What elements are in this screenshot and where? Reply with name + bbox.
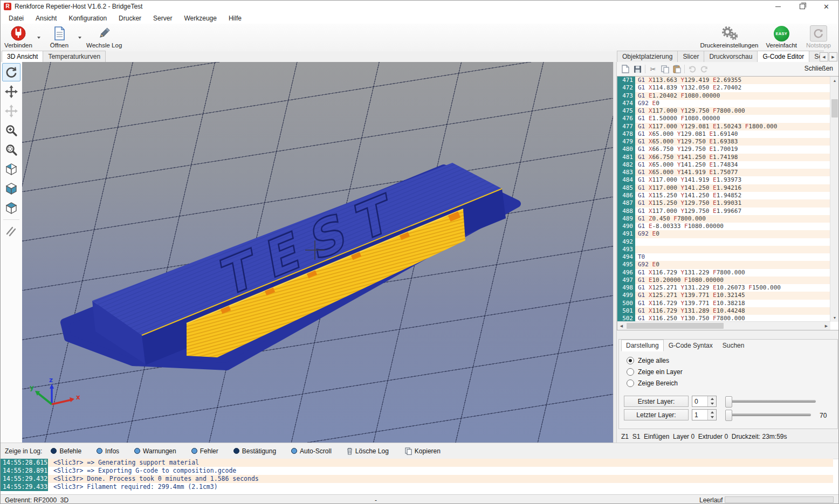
last-layer-spinner[interactable]: 1 bbox=[692, 409, 717, 420]
tab-slicer[interactable]: Slicer bbox=[677, 51, 704, 63]
connect-button[interactable]: Verbinden bbox=[1, 24, 36, 51]
emergency-stop-button[interactable]: Notstopp bbox=[801, 24, 836, 51]
gcode-line[interactable]: 471G1 X113.663 Y129.419 E2.69355 bbox=[617, 77, 830, 84]
gcode-line[interactable]: 496G1 X116.729 Y131.229 F7800.000 bbox=[617, 269, 830, 277]
gcode-line[interactable]: 487G1 X115.250 Y129.750 E1.99031 bbox=[617, 199, 830, 207]
menu-datei[interactable]: Datei bbox=[3, 13, 30, 23]
move-view-button[interactable] bbox=[2, 82, 20, 101]
display-tab-g-code-syntax[interactable]: G-Code Syntax bbox=[664, 340, 718, 351]
restore-button[interactable] bbox=[790, 1, 814, 12]
display-tab-suchen[interactable]: Suchen bbox=[718, 340, 749, 351]
gcode-line[interactable]: 492 bbox=[617, 238, 830, 246]
move-object-button[interactable] bbox=[2, 102, 20, 120]
spin-up-icon[interactable] bbox=[708, 396, 716, 402]
radio-icon[interactable] bbox=[627, 357, 634, 364]
first-layer-slider[interactable] bbox=[725, 400, 816, 403]
scroll-right-icon[interactable]: ▶ bbox=[822, 322, 830, 330]
scroll-down-icon[interactable]: ▼ bbox=[830, 314, 839, 322]
log-filter-auto-scroll[interactable]: Auto-Scroll bbox=[289, 446, 334, 456]
connect-dropdown-arrow[interactable] bbox=[36, 24, 42, 51]
log-filter-infos[interactable]: Infos bbox=[94, 446, 121, 456]
tab-g-code-editor[interactable]: G-Code Editor bbox=[757, 51, 809, 63]
menu-hilfe[interactable]: Hilfe bbox=[223, 13, 247, 23]
gcode-line[interactable]: 497G1 E10.20000 F1080.00000 bbox=[617, 277, 830, 284]
tabs-scroll-right-icon[interactable]: ▶ bbox=[829, 52, 837, 61]
redo-icon[interactable] bbox=[698, 64, 710, 74]
tab-objektplatzierung[interactable]: Objektplatzierung bbox=[617, 51, 678, 63]
top-view-button[interactable] bbox=[2, 199, 20, 217]
log-entries[interactable]: 14:55:28.615<Slic3r> => Generating suppo… bbox=[1, 459, 833, 491]
editor-horizontal-scrollbar[interactable]: ◀ ▶ bbox=[617, 321, 830, 330]
gcode-line[interactable]: 501G1 X116.729 Y131.289 E10.44248 bbox=[617, 307, 830, 315]
3d-viewport[interactable]: TEST bbox=[22, 62, 613, 443]
gcode-line[interactable]: 475G1 X117.000 Y129.750 F7800.000 bbox=[617, 107, 830, 115]
copy-log-button[interactable]: Kopieren bbox=[403, 446, 443, 456]
gcode-line[interactable]: 484G1 X117.000 Y141.919 E1.93973 bbox=[617, 176, 830, 184]
printer-settings-button[interactable]: Druckereinstellungen bbox=[696, 24, 762, 51]
zoom-in-button[interactable] bbox=[2, 121, 20, 140]
menu-drucker[interactable]: Drucker bbox=[113, 13, 147, 23]
gcode-line[interactable]: 488G1 X117.000 Y129.750 E1.99667 bbox=[617, 208, 830, 215]
slider-handle[interactable] bbox=[725, 410, 732, 421]
open-button[interactable]: Öffnen bbox=[42, 24, 77, 51]
last-layer-button[interactable]: Letzter Layer: bbox=[624, 409, 689, 420]
menu-konfiguration[interactable]: Konfiguration bbox=[63, 13, 113, 23]
log-filter-fehler[interactable]: Fehler bbox=[189, 446, 221, 456]
panel-splitter[interactable] bbox=[613, 62, 617, 443]
gcode-line[interactable]: 483G1 X65.000 Y141.919 E1.75077 bbox=[617, 169, 830, 176]
vscroll-thumb[interactable] bbox=[831, 99, 838, 118]
menu-ansicht[interactable]: Ansicht bbox=[30, 13, 63, 23]
parallel-projection-button[interactable] bbox=[2, 222, 20, 240]
tab-temperaturkurven[interactable]: Temperaturkurven bbox=[43, 51, 106, 63]
clear-log-button[interactable]: Lösche Log bbox=[345, 446, 391, 456]
radio-zeige-alles[interactable]: Zeige alles bbox=[627, 355, 683, 366]
gcode-line[interactable]: 476G1 E1.50000 F1080.00000 bbox=[617, 115, 830, 122]
gcode-line[interactable]: 478G1 X65.000 Y129.081 E1.69140 bbox=[617, 130, 830, 138]
scroll-left-icon[interactable]: ◀ bbox=[617, 322, 625, 330]
gcode-lines[interactable]: 471G1 X113.663 Y129.419 E2.69355472G1 X1… bbox=[617, 77, 830, 322]
spin-down-icon[interactable] bbox=[708, 402, 716, 407]
radio-zeige-bereich[interactable]: Zeige Bereich bbox=[627, 377, 683, 389]
zoom-fit-button[interactable] bbox=[2, 141, 20, 159]
gcode-line[interactable]: 482G1 X65.000 Y141.250 E1.74834 bbox=[617, 161, 830, 169]
gcode-line[interactable]: 481G1 X66.750 Y141.250 E1.74198 bbox=[617, 154, 830, 161]
new-file-button[interactable] bbox=[620, 64, 631, 74]
cut-icon[interactable]: ✂ bbox=[647, 64, 659, 74]
rotate-view-button[interactable] bbox=[2, 63, 20, 81]
open-dropdown-arrow[interactable] bbox=[77, 24, 82, 51]
gcode-line[interactable]: 499G1 X125.271 Y139.771 E10.32145 bbox=[617, 292, 830, 299]
easy-mode-button[interactable]: EASY Vereinfacht bbox=[762, 24, 801, 51]
gcode-editor[interactable]: 471G1 X113.663 Y129.419 E2.69355472G1 X1… bbox=[617, 76, 839, 330]
spin-down-icon[interactable] bbox=[708, 415, 716, 420]
gcode-line[interactable]: 489G1 Z0.450 F7800.000 bbox=[617, 215, 830, 223]
scroll-up-icon[interactable]: ▲ bbox=[830, 77, 839, 85]
log-filter-bestätigung[interactable]: Bestätigung bbox=[231, 446, 278, 456]
gcode-line[interactable]: 491G92 E0 bbox=[617, 230, 830, 238]
tab-3d-ansicht[interactable]: 3D Ansicht bbox=[2, 51, 43, 63]
first-layer-button[interactable]: Erster Layer: bbox=[624, 396, 689, 407]
minimize-button[interactable] bbox=[766, 1, 790, 12]
undo-icon[interactable] bbox=[686, 64, 698, 74]
radio-icon[interactable] bbox=[627, 368, 634, 376]
copy-icon[interactable] bbox=[659, 64, 671, 74]
tabs-scroll-left-icon[interactable]: ◀ bbox=[820, 52, 828, 61]
gcode-line[interactable]: 477G1 X117.000 Y129.081 E1.50243 F1800.0… bbox=[617, 123, 830, 130]
front-view-button[interactable] bbox=[2, 179, 20, 198]
gcode-line[interactable]: 486G1 X115.250 Y141.250 E1.94852 bbox=[617, 192, 830, 199]
editor-close-button[interactable]: Schließen bbox=[802, 64, 835, 73]
log-filter-befehle[interactable]: Befehle bbox=[49, 446, 84, 456]
gcode-line[interactable]: 500G1 X116.729 Y139.771 E10.38218 bbox=[617, 300, 830, 307]
slider-handle[interactable] bbox=[725, 396, 732, 408]
editor-vertical-scrollbar[interactable]: ▲ ▼ bbox=[830, 77, 839, 322]
paste-icon[interactable] bbox=[671, 64, 683, 74]
log-filter-warnungen[interactable]: Warnungen bbox=[132, 446, 178, 456]
isometric-view-button[interactable] bbox=[2, 160, 20, 178]
gcode-line[interactable]: 480G1 X66.750 Y129.750 E1.70019 bbox=[617, 146, 830, 153]
radio-icon[interactable] bbox=[627, 379, 634, 387]
gcode-line[interactable]: 498G1 X125.271 Y131.229 E10.26073 F1500.… bbox=[617, 284, 830, 292]
toggle-log-button[interactable]: Wechsle Log bbox=[82, 24, 126, 51]
close-button[interactable]: ✕ bbox=[814, 1, 838, 12]
spin-up-icon[interactable] bbox=[708, 410, 716, 415]
tab-druckvorschau[interactable]: Druckvorschau bbox=[704, 51, 758, 63]
menu-server[interactable]: Server bbox=[147, 13, 178, 23]
